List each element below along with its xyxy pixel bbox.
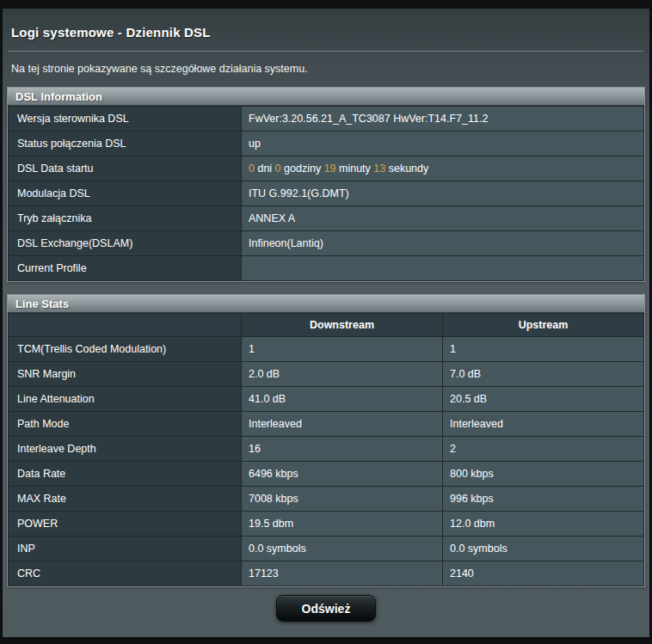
- uptime-hours: 0: [275, 163, 281, 175]
- upstream-value: 800 kbps: [443, 462, 644, 487]
- upstream-value: 7.0 dB: [443, 362, 644, 387]
- upstream-value: 996 kbps: [443, 487, 644, 512]
- table-row: DSL Data startu 0 dni 0 godziny 19 minut…: [9, 156, 644, 181]
- uptime-days-unit: dni: [257, 163, 272, 175]
- row-label: MAX Rate: [9, 487, 242, 512]
- column-header-upstream: Upstream: [443, 314, 644, 337]
- downstream-value: Interleaved: [242, 412, 443, 437]
- downstream-value: 2.0 dB: [242, 362, 443, 387]
- row-value: [242, 256, 644, 281]
- table-row: SNR Margin 2.0 dB 7.0 dB: [9, 362, 644, 387]
- row-label: INP: [9, 537, 242, 561]
- table-row: TCM(Trellis Coded Modulation) 1 1: [9, 337, 644, 362]
- table-row: Interleave Depth 16 2: [9, 437, 644, 462]
- row-value: ANNEX A: [242, 206, 644, 231]
- row-value: ITU G.992.1(G.DMT): [242, 181, 644, 206]
- button-row: Odśwież: [3, 595, 649, 622]
- row-label: Wersja sterownika DSL: [9, 107, 242, 132]
- uptime-days: 0: [249, 163, 255, 175]
- downstream-value: 41.0 dB: [242, 387, 443, 412]
- row-label: SNR Margin: [9, 362, 242, 387]
- table-row: DSL Exchange(DSLAM) Infineon(Lantiq): [9, 231, 644, 256]
- upstream-value: 2140: [443, 561, 644, 586]
- downstream-value: 7008 kbps: [242, 487, 443, 512]
- table-row: INP 0.0 symbols 0.0 symbols: [9, 537, 644, 561]
- page-title: Logi systemowe - Dziennik DSL: [3, 9, 649, 40]
- row-value: FwVer:3.20.56.21_A_TC3087 HwVer:T14.F7_1…: [242, 107, 644, 132]
- uptime-hours-unit: godziny: [284, 163, 321, 175]
- downstream-value: 1: [242, 337, 443, 362]
- line-stats-section: Line Stats Downstream Upstream TCM(Trell…: [7, 294, 645, 587]
- column-header-row: Downstream Upstream: [9, 314, 644, 337]
- row-label: TCM(Trellis Coded Modulation): [9, 337, 242, 362]
- downstream-value: 19.5 dbm: [242, 512, 443, 537]
- row-label: POWER: [9, 512, 242, 537]
- uptime-seconds: 13: [373, 163, 385, 175]
- upstream-value: 0.0 symbols: [443, 537, 644, 561]
- row-label: DSL Exchange(DSLAM): [9, 231, 242, 256]
- downstream-value: 17123: [242, 561, 443, 586]
- upstream-value: 1: [443, 337, 644, 362]
- downstream-value: 16: [242, 437, 443, 462]
- upstream-value: 20.5 dB: [443, 387, 644, 412]
- column-header-downstream: Downstream: [242, 314, 443, 337]
- row-label: DSL Data startu: [9, 156, 242, 181]
- content-panel: Logi systemowe - Dziennik DSL Na tej str…: [3, 9, 649, 637]
- row-value-uptime: 0 dni 0 godziny 19 minuty 13 sekundy: [242, 156, 644, 181]
- row-label: Data Rate: [9, 462, 242, 487]
- table-row: POWER 19.5 dbm 12.0 dbm: [9, 512, 644, 537]
- uptime-minutes-unit: minuty: [339, 163, 371, 175]
- row-label: Path Mode: [9, 412, 242, 437]
- column-header-empty: [9, 314, 242, 337]
- refresh-button[interactable]: Odśwież: [276, 595, 376, 622]
- row-label: Line Attenuation: [9, 387, 242, 412]
- table-row: Path Mode Interleaved Interleaved: [9, 412, 644, 437]
- row-label: CRC: [9, 561, 242, 586]
- row-value: Infineon(Lantiq): [242, 231, 644, 256]
- page-description: Na tej stronie pokazywane są szczegółowe…: [3, 52, 649, 75]
- table-row: Current Profile: [9, 256, 644, 281]
- row-label: Status połączenia DSL: [9, 132, 242, 156]
- uptime-seconds-unit: sekundy: [389, 163, 429, 175]
- line-stats-table: Downstream Upstream TCM(Trellis Coded Mo…: [8, 313, 644, 586]
- dsl-information-header: DSL Information: [8, 88, 644, 106]
- table-row: Wersja sterownika DSL FwVer:3.20.56.21_A…: [9, 107, 644, 132]
- dsl-information-section: DSL Information Wersja sterownika DSL Fw…: [7, 87, 645, 282]
- row-label: Tryb załącznika: [9, 206, 242, 231]
- downstream-value: 6496 kbps: [242, 462, 443, 487]
- row-label: Modulacja DSL: [9, 181, 242, 206]
- row-value: up: [242, 132, 644, 156]
- table-row: CRC 17123 2140: [9, 561, 644, 586]
- table-row: Status połączenia DSL up: [9, 132, 644, 156]
- table-row: MAX Rate 7008 kbps 996 kbps: [9, 487, 644, 512]
- dsl-information-table: Wersja sterownika DSL FwVer:3.20.56.21_A…: [8, 106, 644, 281]
- downstream-value: 0.0 symbols: [242, 537, 443, 561]
- uptime-minutes: 19: [324, 163, 336, 175]
- row-label: Interleave Depth: [9, 437, 242, 462]
- table-row: Line Attenuation 41.0 dB 20.5 dB: [9, 387, 644, 412]
- table-row: Data Rate 6496 kbps 800 kbps: [9, 462, 644, 487]
- line-stats-header: Line Stats: [8, 295, 644, 313]
- table-row: Modulacja DSL ITU G.992.1(G.DMT): [9, 181, 644, 206]
- upstream-value: 2: [443, 437, 644, 462]
- upstream-value: Interleaved: [443, 412, 644, 437]
- table-row: Tryb załącznika ANNEX A: [9, 206, 644, 231]
- row-label: Current Profile: [9, 256, 242, 281]
- upstream-value: 12.0 dbm: [443, 512, 644, 537]
